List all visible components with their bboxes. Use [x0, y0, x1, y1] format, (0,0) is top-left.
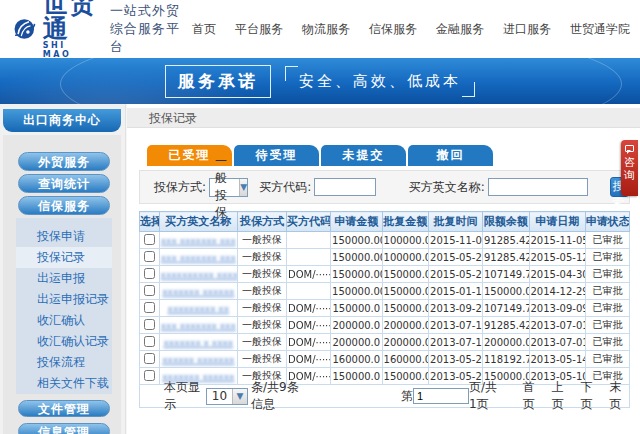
status-cell: 已审批 [585, 283, 629, 300]
top-nav-item[interactable]: 信保服务 [369, 21, 417, 38]
buyer-name-cell: xxxxxxx x xxxx [159, 334, 237, 351]
status-tab[interactable]: 未提交 [321, 145, 406, 166]
method-select[interactable]: 一般投保 ▼ [209, 178, 248, 197]
apply-amount-cell: 150000.00 [331, 283, 382, 300]
buyer-name-link[interactable]: xxxxxxx xxxxxx [162, 372, 234, 382]
chevron-down-icon: ▼ [239, 179, 247, 196]
top-nav-item[interactable]: 首页 [192, 21, 216, 38]
page-number-input[interactable] [413, 388, 469, 404]
sidebar-submenu-item[interactable]: 出运申报记录 [16, 289, 112, 310]
sidebar-submenu-item[interactable]: 相关文件下载 [16, 373, 112, 394]
apply-amount-cell: 150000.0 [331, 368, 382, 385]
pagination-links: 首页上页下页末页 [523, 379, 629, 413]
approve-date-cell: 2013-05-24 [429, 351, 483, 368]
approve-date-cell: 2013-09-22 [429, 300, 483, 317]
sidebar-bottom-button[interactable]: 信息管理 [18, 423, 110, 434]
buyer-name-link[interactable]: xxxxxxxxx xx [168, 304, 229, 314]
column-header: 限额余额 [482, 212, 529, 232]
approve-amount-cell: 160000.0 [382, 351, 429, 368]
top-nav-item[interactable]: 金融服务 [436, 21, 484, 38]
row-checkbox[interactable] [144, 302, 155, 313]
table-row: xxxxxxx xxxxxx 一般投保 150000.00 150000.0 2… [140, 283, 630, 300]
sidebar-submenu-item[interactable]: 投保申请 [16, 226, 112, 247]
breadcrumb: 投保记录 [127, 108, 640, 128]
column-header: 买方代码 [286, 212, 330, 232]
row-checkbox[interactable] [144, 268, 155, 279]
buyer-name-link[interactable]: xxxxxxx x xxxx [163, 338, 233, 348]
main-content: 投保记录 已受理待受理未提交撤回 投保方式: 一般投保 ▼ 买方代码: 买方英文… [127, 104, 640, 434]
apply-date-cell: 2015-05-12 [529, 249, 585, 266]
pagination-link[interactable]: 上页 [552, 379, 572, 413]
pagination-link[interactable]: 末页 [609, 379, 629, 413]
apply-date-cell: 2013-05-14 [529, 351, 585, 368]
consult-side-tab[interactable]: 咨询 [621, 140, 638, 196]
limit-balance-cell: 150000.0 [482, 283, 529, 300]
insure-type-cell: 一般投保 [237, 266, 286, 283]
row-checkbox[interactable] [144, 234, 155, 245]
buyer-code-cell [286, 232, 330, 249]
buyer-name-cell: xxx xxxxxxx xxx [159, 249, 237, 266]
column-header: 选择 [140, 212, 160, 232]
sidebar-submenu-item[interactable]: 投保流程 [16, 352, 112, 373]
row-checkbox[interactable] [144, 370, 155, 381]
buyer-name-link[interactable]: xxxxxxxxxx xxxx [161, 270, 238, 280]
apply-amount-cell: 160000.0 [331, 351, 382, 368]
table-row: xxxxxxxxx xx 一般投保 DOM/····· 150000.0 150… [140, 300, 630, 317]
top-nav: 首页平台服务物流服务信保服务金融服务进口服务世贸通学院 [192, 21, 630, 38]
row-checkbox[interactable] [144, 336, 155, 347]
row-checkbox[interactable] [144, 319, 155, 330]
buyer-name-link[interactable]: xxx xxxxxxx xxx [161, 321, 236, 331]
top-nav-item[interactable]: 物流服务 [302, 21, 350, 38]
apply-amount-cell: 150000.00 [331, 232, 382, 249]
sidebar-group-button[interactable]: 查询统计 [18, 174, 110, 193]
apply-date-cell: 2013-07-01 [529, 317, 585, 334]
select-cell [140, 266, 160, 283]
insure-type-cell: 一般投保 [237, 283, 286, 300]
limit-balance-cell: 91285.42 [482, 317, 529, 334]
sidebar-submenu-item[interactable]: 投保记录 [16, 247, 112, 268]
top-nav-item[interactable]: 进口服务 [503, 21, 551, 38]
insure-type-cell: 一般投保 [237, 351, 286, 368]
buyer-name-link[interactable]: xxx xxxxxxx xxx [161, 236, 236, 246]
buyer-name-link[interactable]: xxx xxxxxxx xxx [161, 253, 236, 263]
buyer-name-cell: xxxxxxxxx xx [159, 300, 237, 317]
sidebar: 出口商务中心 外贸服务查询统计信保服务 投保申请投保记录出运申报出运申报记录收汇… [0, 104, 126, 434]
status-cell: 已审批 [585, 300, 629, 317]
buyer-code-cell: DOM/····· [286, 334, 330, 351]
page-suffix: 页/共1页 [469, 379, 501, 413]
select-cell [140, 368, 160, 385]
sidebar-bottom-button[interactable]: 文件管理 [18, 400, 110, 417]
globe-logo-icon [12, 7, 37, 51]
buyer-name-link[interactable]: xxxxxxx xxxxxx [162, 287, 234, 297]
top-nav-item[interactable]: 平台服务 [235, 21, 283, 38]
sidebar-submenu-item[interactable]: 出运申报 [16, 268, 112, 289]
buyer-name-link[interactable]: xxxxxx xxxxxxx [162, 355, 234, 365]
buyer-name-input[interactable] [488, 178, 588, 196]
sidebar-submenu-item[interactable]: 收汇确认记录 [16, 331, 112, 352]
row-checkbox[interactable] [144, 251, 155, 262]
chevron-down-icon: ▼ [232, 389, 247, 404]
status-tab[interactable]: 撤回 [408, 145, 493, 166]
pagination-link[interactable]: 首页 [523, 379, 543, 413]
page-size-select[interactable]: 10 ▼ [206, 388, 248, 405]
approve-amount-cell: 100000.0 [382, 249, 429, 266]
select-cell [140, 334, 160, 351]
row-checkbox[interactable] [144, 353, 155, 364]
sidebar-submenu-item[interactable]: 收汇确认 [16, 310, 112, 331]
status-tab[interactable]: 待受理 [234, 145, 319, 166]
buyer-code-input[interactable] [314, 178, 376, 196]
promise-slogan: 安全、高效、低成本 [285, 66, 475, 97]
limit-balance-cell: 91285.42 [482, 249, 529, 266]
apply-date-cell: 2013-09-09 [529, 300, 585, 317]
top-nav-item[interactable]: 世贸通学院 [570, 21, 630, 38]
sidebar-group-button[interactable]: 外贸服务 [18, 152, 110, 171]
limit-balance-cell: 107149.73 [482, 266, 529, 283]
sidebar-group-button[interactable]: 信保服务 [18, 196, 110, 215]
buyer-code-cell: DOM/····· [286, 368, 330, 385]
pagination-bar: 本页显示 10 ▼ 条/共9条信息 第 页/共1页 首页上页下页末页 [139, 385, 630, 408]
column-header: 买方英文名称 [159, 212, 237, 232]
pagination-link[interactable]: 下页 [580, 379, 600, 413]
row-checkbox[interactable] [144, 285, 155, 296]
buyer-code-label: 买方代码: [259, 179, 311, 196]
status-cell: 已审批 [585, 266, 629, 283]
